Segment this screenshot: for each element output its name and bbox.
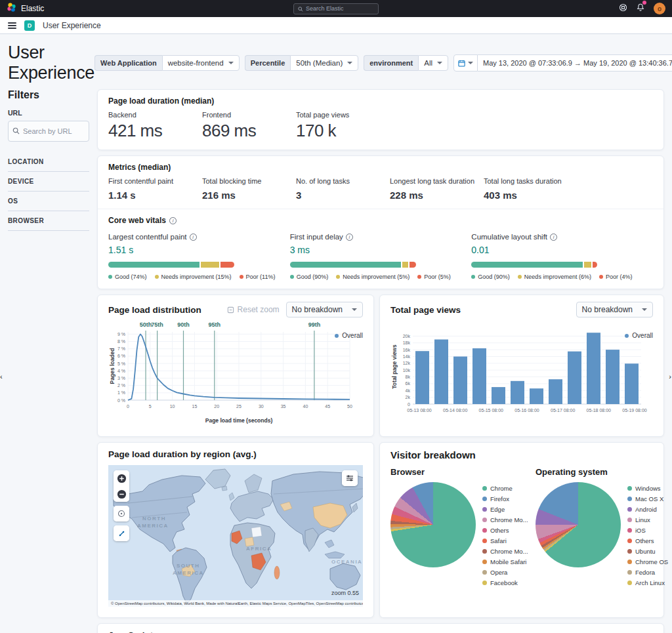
legend-label: Mobile Safari — [490, 558, 526, 565]
pie-legend-item[interactable]: Linux — [627, 516, 668, 523]
panel-title: JavaScript errors — [108, 630, 653, 633]
legend-label: Mac OS X — [635, 495, 663, 502]
bar[interactable] — [568, 352, 581, 404]
pie-legend-item[interactable]: Chrome Mo... — [482, 516, 528, 523]
map-zoom-out-button[interactable] — [114, 486, 129, 502]
bar[interactable] — [549, 379, 562, 404]
reset-zoom-button[interactable]: Reset zoom — [227, 305, 280, 314]
legend-good: Good (74%) — [108, 274, 147, 280]
bar[interactable] — [453, 357, 467, 405]
info-icon[interactable] — [190, 234, 197, 241]
pie-legend-item[interactable]: Facebook — [482, 579, 528, 586]
pie-legend-item[interactable]: Ubuntu — [627, 548, 668, 555]
pie-legend-item[interactable]: Android — [627, 506, 668, 513]
url-search-box[interactable] — [8, 121, 89, 142]
pie-legend-item[interactable]: iOS — [627, 527, 668, 534]
environment-select[interactable]: All — [418, 55, 448, 71]
legend-label: Firefox — [490, 495, 509, 502]
pie-legend-item[interactable]: Fedora — [627, 569, 668, 576]
pie-legend-item[interactable]: Mobile Safari — [482, 558, 528, 565]
pie-legend-item[interactable]: Others — [627, 537, 668, 544]
legend-dot — [627, 560, 632, 564]
pie-legend-item[interactable]: Arch Linux — [627, 579, 668, 586]
pie-legend-item[interactable]: Chrome — [482, 485, 528, 492]
info-icon[interactable] — [346, 234, 353, 241]
pie-legend-item[interactable]: Opera — [482, 569, 528, 576]
map-layers-button[interactable] — [342, 470, 358, 486]
pie-legend-item[interactable]: Mac OS X — [627, 495, 668, 502]
elastic-logo[interactable] — [7, 3, 16, 15]
menu-hamburger-icon[interactable] — [8, 22, 16, 29]
legend-dot — [627, 507, 632, 512]
url-search-input[interactable] — [23, 127, 85, 135]
vital-bar-segment — [108, 262, 200, 268]
date-range-value[interactable]: May 13, 2020 @ 07:33:06.9 → May 19, 2020… — [478, 54, 672, 71]
breadcrumb[interactable]: User Experience — [43, 21, 101, 30]
bar[interactable] — [434, 340, 448, 405]
chart-legend-overall[interactable]: Overall — [335, 332, 363, 339]
pie-legend-item[interactable]: Chrome OS — [627, 558, 668, 565]
vital-bar-segment — [593, 262, 598, 268]
map-zoom-in-button[interactable] — [114, 470, 129, 486]
sidebar-section-os[interactable]: OS — [8, 192, 89, 211]
bar[interactable] — [492, 387, 505, 404]
page-load-distribution-chart[interactable]: 051015202530354045500 %1 %2 %3 %4 %5 %6 … — [108, 320, 369, 425]
svg-text:9 %: 9 % — [117, 332, 125, 337]
sidebar-section-location[interactable]: LOCATION — [8, 152, 89, 172]
vital-value: 1.51 s — [108, 245, 290, 255]
legend-label: Opera — [490, 569, 507, 576]
os-pie-chart[interactable] — [536, 482, 621, 567]
chart-legend-overall[interactable]: Overall — [625, 332, 653, 339]
map-attribution[interactable]: © OpenStreetMap contributors, Wikidata, … — [108, 600, 363, 607]
metric-label: Total long tasks duration — [484, 177, 578, 185]
breakdown-select[interactable]: No breakdown — [576, 302, 653, 317]
user-avatar[interactable]: o — [654, 3, 665, 14]
notifications-bell-icon[interactable] — [637, 3, 644, 14]
bar[interactable] — [415, 351, 429, 404]
world-map[interactable]: NORTH AMERICA SOUTH AMERICA AFRICA OCEAN… — [108, 465, 363, 607]
pie-legend-item[interactable]: Windows — [627, 485, 668, 492]
pie-legend-item[interactable]: Chrome Mo... — [482, 548, 528, 555]
percentile-select[interactable]: 50th (Median) — [290, 55, 358, 71]
web-application-select[interactable]: website-frontend — [162, 55, 240, 71]
panel-title: Total page views — [390, 305, 461, 315]
total-page-views-chart[interactable]: 02k4k6k8k10k12k14k16k18k20k05-13 08:0005… — [390, 320, 660, 422]
bar[interactable] — [472, 348, 486, 404]
os-subtitle: Operating system — [536, 467, 663, 477]
svg-text:4k: 4k — [406, 388, 411, 393]
info-icon[interactable] — [550, 234, 557, 241]
dashboard-app-icon[interactable]: D — [24, 20, 35, 31]
bar[interactable] — [587, 333, 600, 404]
panel-title: Page load distribution — [108, 305, 201, 315]
edge-scroll-left-icon[interactable]: ‹ — [0, 373, 3, 380]
sidebar-section-browser[interactable]: BROWSER — [8, 211, 89, 231]
svg-text:0: 0 — [408, 402, 410, 407]
legend-dot — [482, 486, 487, 491]
global-search[interactable] — [293, 3, 379, 14]
vital-label: Cumulative layout shift — [471, 233, 547, 241]
browser-pie-chart[interactable] — [390, 482, 476, 567]
sidebar-section-device[interactable]: DEVICE — [8, 172, 89, 192]
breakdown-select[interactable]: No breakdown — [286, 302, 363, 317]
map-set-view-button[interactable] — [114, 506, 129, 521]
pie-legend-item[interactable]: Edge — [482, 506, 528, 513]
bar[interactable] — [606, 350, 620, 404]
pie-legend-item[interactable]: Others — [482, 527, 528, 534]
help-icon[interactable] — [619, 3, 627, 14]
vital-bar-segment — [290, 262, 401, 268]
global-search-input[interactable] — [306, 5, 374, 12]
svg-text:3 %: 3 % — [117, 376, 125, 380]
svg-text:6 %: 6 % — [117, 354, 125, 358]
pie-legend-item[interactable]: Firefox — [482, 495, 528, 502]
bar[interactable] — [530, 388, 543, 404]
calendar-dropdown-button[interactable] — [453, 54, 478, 71]
legend-label: Ubuntu — [635, 548, 656, 555]
info-icon[interactable] — [169, 217, 177, 224]
map-expand-icon[interactable] — [114, 525, 129, 541]
edge-scroll-right-icon[interactable]: › — [669, 373, 671, 380]
pie-legend-item[interactable]: Safari — [482, 537, 528, 544]
metric-label: First contentful paint — [108, 177, 202, 185]
bar[interactable] — [625, 363, 639, 404]
bar[interactable] — [511, 381, 524, 404]
legend-dot — [482, 549, 487, 554]
